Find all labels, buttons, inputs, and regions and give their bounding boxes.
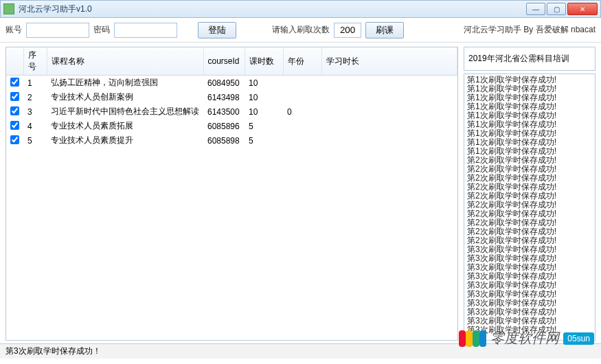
window-buttons: — ▢ ✕ [526, 3, 598, 15]
cell-courseid: 6085896 [203, 119, 245, 133]
cell-seq: 2 [23, 90, 47, 104]
minimize-button[interactable]: — [526, 3, 545, 15]
cell-year [283, 76, 321, 91]
col-duration[interactable]: 学习时长 [321, 47, 457, 76]
cell-duration [321, 119, 457, 133]
cell-name: 弘扬工匠精神，迈向制造强国 [47, 76, 203, 91]
course-table[interactable]: 序号 课程名称 courseId 课时数 年份 学习时长 1弘扬工匠精神，迈向制… [6, 47, 457, 148]
col-name[interactable]: 课程名称 [47, 47, 203, 76]
table-row[interactable]: 5专业技术人员素质提升60858985 [6, 133, 457, 148]
cell-courseid: 6143500 [203, 104, 245, 119]
col-lessons[interactable]: 课时数 [245, 47, 283, 76]
cell-name: 专业技术人员素质拓展 [47, 119, 203, 133]
cell-duration [321, 76, 457, 91]
titlebar: 河北云学习助手v1.0 — ▢ ✕ [0, 0, 601, 18]
log-box[interactable]: 第1次刷取学时保存成功!第1次刷取学时保存成功!第1次刷取学时保存成功!第1次刷… [464, 73, 596, 341]
col-seq[interactable]: 序号 [23, 47, 47, 76]
credit-text: 河北云学习助手 By 吾爱破解 nbacat [460, 24, 596, 36]
cell-duration [321, 90, 457, 104]
brush-button[interactable]: 刷课 [365, 22, 404, 38]
count-hint: 请输入刷取次数 [272, 24, 330, 36]
cell-year: 0 [283, 104, 321, 119]
account-input[interactable] [26, 23, 89, 38]
cell-seq: 4 [23, 119, 47, 133]
cell-lessons: 10 [245, 104, 283, 119]
login-button[interactable]: 登陆 [198, 22, 236, 38]
cell-lessons: 5 [245, 119, 283, 133]
row-checkbox[interactable] [10, 78, 19, 87]
toolbar: 账号 密码 登陆 请输入刷取次数 刷课 河北云学习助手 By 吾爱破解 nbac… [0, 18, 601, 43]
table-row[interactable]: 4专业技术人员素质拓展60858965 [6, 119, 457, 133]
password-input[interactable] [114, 23, 177, 38]
account-label: 账号 [5, 24, 22, 36]
row-checkbox[interactable] [10, 92, 19, 101]
watermark-logo-icon [459, 330, 486, 347]
main: 序号 课程名称 courseId 课时数 年份 学习时长 1弘扬工匠精神，迈向制… [0, 43, 601, 343]
cell-name: 习近平新时代中国特色社会主义思想解读 [47, 104, 203, 119]
row-checkbox[interactable] [10, 135, 19, 144]
watermark-text: 零度软件网 [490, 329, 559, 348]
row-checkbox[interactable] [10, 106, 19, 115]
groupbox-title: 2019年河北省公需科目培训 [468, 54, 569, 63]
watermark: 零度软件网 05sun [459, 329, 594, 348]
course-list-pane: 序号 课程名称 courseId 课时数 年份 学习时长 1弘扬工匠精神，迈向制… [5, 47, 458, 341]
cell-name: 专业技术人员素质提升 [47, 133, 203, 148]
cell-name: 专业技术人员创新案例 [47, 90, 203, 104]
cell-year [283, 133, 321, 148]
close-button[interactable]: ✕ [567, 3, 598, 15]
cell-seq: 5 [23, 133, 47, 148]
cell-year [283, 119, 321, 133]
table-row[interactable]: 3习近平新时代中国特色社会主义思想解读6143500100 [6, 104, 457, 119]
cell-courseid: 6084950 [203, 76, 245, 91]
watermark-tag: 05sun [563, 332, 594, 345]
col-year[interactable]: 年份 [283, 47, 321, 76]
cell-seq: 3 [23, 104, 47, 119]
training-groupbox: 2019年河北省公需科目培训 [464, 47, 596, 71]
window-title: 河北云学习助手v1.0 [19, 3, 526, 15]
cell-courseid: 6143498 [203, 90, 245, 104]
cell-courseid: 6085898 [203, 133, 245, 148]
password-label: 密码 [93, 24, 110, 36]
cell-lessons: 5 [245, 133, 283, 148]
count-input[interactable] [334, 23, 361, 38]
cell-lessons: 10 [245, 76, 283, 91]
table-row[interactable]: 2专业技术人员创新案例614349810 [6, 90, 457, 104]
right-column: 2019年河北省公需科目培训 第1次刷取学时保存成功!第1次刷取学时保存成功!第… [464, 47, 596, 341]
cell-year [283, 90, 321, 104]
cell-lessons: 10 [245, 90, 283, 104]
app-icon [3, 3, 14, 14]
col-courseid[interactable]: courseId [203, 47, 245, 76]
cell-duration [321, 104, 457, 119]
maximize-button[interactable]: ▢ [547, 3, 566, 15]
row-checkbox[interactable] [10, 121, 19, 130]
cell-duration [321, 133, 457, 148]
cell-seq: 1 [23, 76, 47, 91]
status-text: 第3次刷取学时保存成功！ [5, 345, 101, 357]
table-row[interactable]: 1弘扬工匠精神，迈向制造强国608495010 [6, 76, 457, 91]
